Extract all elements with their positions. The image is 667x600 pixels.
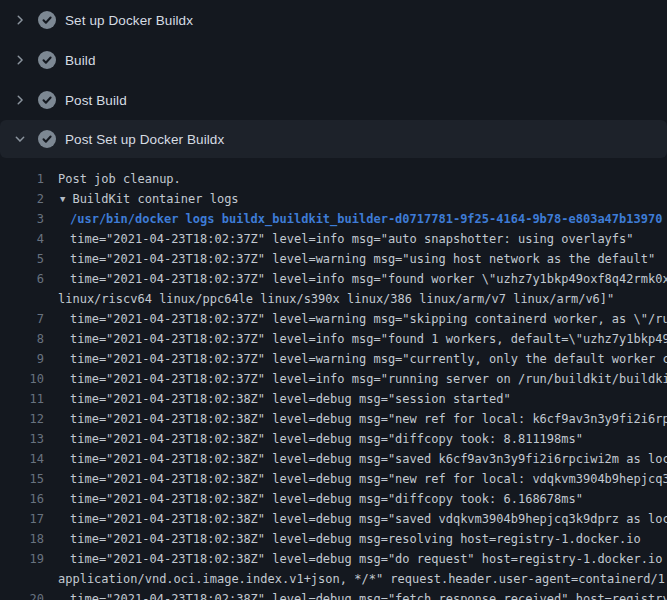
log-line-text: time="2021-04-23T18:02:38Z" level=debug …	[70, 509, 667, 529]
log-line: 13 time="2021-04-23T18:02:38Z" level=deb…	[0, 429, 667, 449]
log-line-content: time="2021-04-23T18:02:38Z" level=debug …	[70, 412, 667, 426]
log-line-content: Post job cleanup.	[58, 172, 181, 186]
log-line-text: time="2021-04-23T18:02:38Z" level=debug …	[70, 429, 583, 449]
log-line-number[interactable]: 20	[0, 589, 44, 600]
chevron-right-icon	[12, 52, 28, 68]
log-line-text[interactable]: ▼BuildKit container logs	[60, 189, 239, 210]
chevron-down-icon	[12, 131, 28, 147]
log-line-text: time="2021-04-23T18:02:37Z" level=warnin…	[70, 309, 667, 329]
log-line: 2 ▼BuildKit container logs	[0, 189, 667, 209]
log-line: 19 time="2021-04-23T18:02:38Z" level=deb…	[0, 549, 667, 569]
log-line: linux/riscv64 linux/ppc64le linux/s390x …	[0, 289, 667, 309]
log-line-text: time="2021-04-23T18:02:37Z" level=warnin…	[70, 249, 655, 269]
log-line-content: time="2021-04-23T18:02:38Z" level=debug …	[70, 492, 583, 506]
step-label: Build	[65, 53, 96, 68]
log-line-number[interactable]: 6	[0, 269, 44, 289]
log-line-content: time="2021-04-23T18:02:38Z" level=debug …	[70, 532, 641, 546]
log-lines: 1 Post job cleanup. 2 ▼BuildKit containe…	[0, 169, 667, 600]
log-line-number[interactable]: 7	[0, 309, 44, 329]
log-line-number[interactable]: 5	[0, 249, 44, 269]
check-circle-icon	[38, 130, 56, 148]
log-line-number[interactable]: 19	[0, 549, 44, 569]
log-line-text: time="2021-04-23T18:02:38Z" level=debug …	[70, 469, 667, 489]
log-line: 6 time="2021-04-23T18:02:37Z" level=info…	[0, 269, 667, 289]
chevron-right-icon	[12, 92, 28, 108]
log-line-number[interactable]: 12	[0, 409, 44, 429]
log-line: 20 time="2021-04-23T18:02:38Z" level=deb…	[0, 589, 667, 600]
log-line: 7 time="2021-04-23T18:02:37Z" level=warn…	[0, 309, 667, 329]
log-line: 4 time="2021-04-23T18:02:37Z" level=info…	[0, 229, 667, 249]
log-line: 3 /usr/bin/docker logs buildx_buildkit_b…	[0, 209, 667, 229]
step-header[interactable]: Post Build	[0, 80, 667, 120]
log-line-content: BuildKit container logs	[72, 192, 238, 206]
log-line-number[interactable]: 8	[0, 329, 44, 349]
log-line-content: time="2021-04-23T18:02:37Z" level=info m…	[70, 232, 634, 246]
log-line: 10 time="2021-04-23T18:02:37Z" level=inf…	[0, 369, 667, 389]
log-line-content: time="2021-04-23T18:02:38Z" level=debug …	[70, 472, 667, 486]
log-line-content: time="2021-04-23T18:02:38Z" level=debug …	[70, 432, 583, 446]
log-line: 1 Post job cleanup.	[0, 169, 667, 189]
log-line-number[interactable]: 3	[0, 209, 44, 229]
log-line-text: time="2021-04-23T18:02:37Z" level=info m…	[70, 369, 667, 389]
log-line-number[interactable]: 18	[0, 529, 44, 549]
log-line-content: linux/riscv64 linux/ppc64le linux/s390x …	[58, 292, 614, 306]
group-toggle-icon[interactable]: ▼	[60, 189, 65, 209]
log-line-content: time="2021-04-23T18:02:38Z" level=debug …	[70, 592, 667, 600]
log-line-number[interactable]: 15	[0, 469, 44, 489]
log-line-text: time="2021-04-23T18:02:37Z" level=info m…	[70, 229, 634, 249]
log-line: 5 time="2021-04-23T18:02:37Z" level=warn…	[0, 249, 667, 269]
log-line-number[interactable]: 10	[0, 369, 44, 389]
log-line-text: time="2021-04-23T18:02:38Z" level=debug …	[70, 549, 667, 569]
log-line: 12 time="2021-04-23T18:02:38Z" level=deb…	[0, 409, 667, 429]
log-line-text: time="2021-04-23T18:02:37Z" level=info m…	[70, 269, 667, 289]
log-line: 9 time="2021-04-23T18:02:37Z" level=warn…	[0, 349, 667, 369]
log-line: application/vnd.oci.image.index.v1+json,…	[0, 569, 667, 589]
log-line: 14 time="2021-04-23T18:02:38Z" level=deb…	[0, 449, 667, 469]
log-line-content: time="2021-04-23T18:02:38Z" level=debug …	[70, 392, 511, 406]
log-line-content: time="2021-04-23T18:02:37Z" level=warnin…	[70, 352, 667, 366]
log-line-text: time="2021-04-23T18:02:38Z" level=debug …	[70, 389, 511, 409]
step-header[interactable]: Set up Docker Buildx	[0, 0, 667, 40]
check-circle-icon	[38, 11, 56, 29]
log-line-content: time="2021-04-23T18:02:38Z" level=debug …	[70, 452, 667, 466]
log-line-number[interactable]: 9	[0, 349, 44, 369]
log-line-content: /usr/bin/docker logs buildx_buildkit_bui…	[70, 212, 662, 226]
log-line-text: application/vnd.oci.image.index.v1+json,…	[58, 569, 667, 589]
log-line-number[interactable]: 4	[0, 229, 44, 249]
log-line-number[interactable]: 13	[0, 429, 44, 449]
log-line: 18 time="2021-04-23T18:02:38Z" level=deb…	[0, 529, 667, 549]
log-line-text: time="2021-04-23T18:02:38Z" level=debug …	[70, 589, 667, 600]
log-line-content: time="2021-04-23T18:02:37Z" level=info m…	[70, 272, 667, 286]
log-line-text: time="2021-04-23T18:02:38Z" level=debug …	[70, 529, 641, 549]
chevron-right-icon	[12, 12, 28, 28]
log-line: 16 time="2021-04-23T18:02:38Z" level=deb…	[0, 489, 667, 509]
log-line-number[interactable]: 1	[0, 169, 44, 189]
log-line-content: time="2021-04-23T18:02:37Z" level=warnin…	[70, 252, 655, 266]
check-circle-icon	[38, 91, 56, 109]
log-line-content: time="2021-04-23T18:02:38Z" level=debug …	[70, 512, 667, 526]
steps-list: Set up Docker Buildx Build Post Buil	[0, 0, 667, 158]
step-label: Set up Docker Buildx	[65, 13, 193, 28]
log-line-text: /usr/bin/docker logs buildx_buildkit_bui…	[70, 209, 662, 229]
workflow-log-viewer: Set up Docker Buildx Build Post Buil	[0, 0, 667, 600]
log-line-text: time="2021-04-23T18:02:38Z" level=debug …	[70, 489, 583, 509]
log-line-text: linux/riscv64 linux/ppc64le linux/s390x …	[58, 289, 614, 309]
step-header[interactable]: Post Set up Docker Buildx	[0, 120, 667, 158]
step-label: Post Set up Docker Buildx	[65, 132, 224, 147]
log-line-content: time="2021-04-23T18:02:37Z" level=info m…	[70, 332, 667, 346]
log-line-number[interactable]: 2	[0, 189, 44, 209]
check-circle-icon	[38, 51, 56, 69]
log-line-number[interactable]: 17	[0, 509, 44, 529]
step-header[interactable]: Build	[0, 40, 667, 80]
log-line-number[interactable]: 14	[0, 449, 44, 469]
log-line-text: Post job cleanup.	[58, 169, 181, 189]
log-line: 15 time="2021-04-23T18:02:38Z" level=deb…	[0, 469, 667, 489]
log-line-text: time="2021-04-23T18:02:37Z" level=info m…	[70, 329, 667, 349]
log-line: 17 time="2021-04-23T18:02:38Z" level=deb…	[0, 509, 667, 529]
log-line-content: time="2021-04-23T18:02:37Z" level=warnin…	[70, 312, 667, 326]
log-line-number[interactable]: 11	[0, 389, 44, 409]
log-line-content: time="2021-04-23T18:02:38Z" level=debug …	[70, 552, 667, 566]
step-label: Post Build	[65, 93, 127, 108]
log-line-number[interactable]: 16	[0, 489, 44, 509]
log-line-content: time="2021-04-23T18:02:37Z" level=info m…	[70, 372, 667, 386]
